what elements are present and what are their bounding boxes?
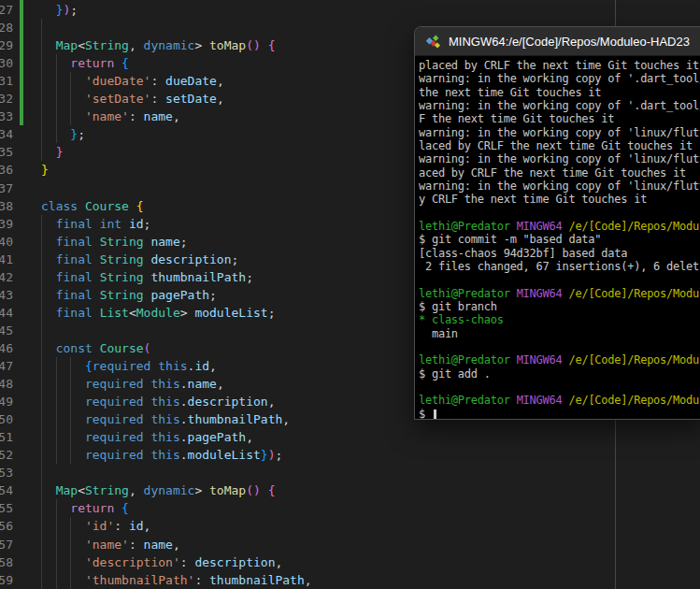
terminal-line: [419, 381, 700, 394]
line-number: 52: [0, 446, 13, 464]
terminal-window: MINGW64:/e/[Code]/Repos/Moduleo-HAD23 pl…: [414, 26, 700, 420]
terminal-line: warning: in the working copy of 'linux/f…: [419, 152, 700, 165]
line-number: 50: [0, 410, 13, 428]
terminal-line: 2 files changed, 67 insertions(+), 6 del…: [419, 260, 700, 273]
terminal-line: F the next time Git touches it: [419, 112, 700, 125]
vscode-window: 27 });2829 Map<String, dynamic> toMap() …: [0, 0, 700, 589]
line-number: 59: [0, 571, 13, 589]
line-number: 54: [0, 481, 13, 499]
terminal-titlebar[interactable]: MINGW64:/e/[Code]/Repos/Moduleo-HAD23: [415, 27, 700, 56]
code-line[interactable]: 52 required this.moduleList});: [0, 446, 615, 464]
terminal-line: $ git add .: [419, 367, 700, 381]
line-number: 33: [0, 108, 13, 125]
terminal-line: $ git commit -m "based data": [419, 233, 700, 246]
code-line[interactable]: 53: [0, 464, 615, 481]
terminal-line: the next time Git touches it: [419, 86, 700, 99]
terminal-line: [419, 340, 700, 353]
line-number: 42: [0, 268, 13, 286]
code-line[interactable]: 55 return {: [0, 499, 615, 517]
line-number: 28: [0, 19, 13, 36]
terminal-line: $ git branch: [419, 300, 700, 313]
code-line[interactable]: 54 Map<String, dynamic> toMap() {: [0, 481, 615, 499]
code-line[interactable]: 51 required this.pagePath,: [0, 428, 615, 446]
line-number: 49: [0, 393, 13, 410]
line-number: 41: [0, 251, 13, 268]
terminal-line: laced by CRLF the next time Git touches …: [419, 139, 700, 152]
line-number: 56: [0, 517, 13, 535]
terminal-line: warning: in the working copy of '.dart_t…: [419, 72, 700, 85]
line-number: 43: [0, 286, 13, 304]
msys-diamond-icon: [425, 35, 441, 49]
line-number: 34: [0, 125, 13, 143]
line-number: 32: [0, 90, 13, 108]
code-line[interactable]: 27 });: [0, 1, 615, 19]
line-number: 45: [0, 322, 13, 339]
line-number: 38: [0, 197, 13, 215]
terminal-line: lethi@Predator MINGW64 /e/[Code]/Repos/M…: [419, 220, 700, 233]
line-number: 58: [0, 553, 13, 571]
line-number: 44: [0, 304, 13, 322]
line-number: 48: [0, 375, 13, 393]
terminal-line: [419, 207, 700, 220]
line-number: 55: [0, 499, 13, 517]
line-number: 46: [0, 339, 13, 357]
terminal-line: [class-chaos 94d32bf] based data: [419, 247, 700, 260]
terminal-line: $: [419, 408, 700, 419]
line-number: 27: [0, 1, 13, 19]
terminal-line: main: [419, 327, 700, 340]
terminal-output[interactable]: placed by CRLF the next time Git touches…: [415, 57, 700, 419]
line-number: 35: [0, 143, 13, 161]
line-number: 57: [0, 536, 13, 553]
code-line[interactable]: 58 'description': description,: [0, 553, 615, 571]
terminal-line: warning: in the working copy of '.dart_t…: [419, 99, 700, 112]
terminal-cursor: [434, 409, 436, 419]
terminal-line: lethi@Predator MINGW64 /e/[Code]/Repos/M…: [419, 353, 700, 366]
terminal-line: lethi@Predator MINGW64 /e/[Code]/Repos/M…: [419, 287, 700, 300]
terminal-line: aced by CRLF the next time Git touches i…: [419, 166, 700, 180]
line-number: 31: [0, 72, 13, 90]
line-number: 37: [0, 180, 13, 197]
code-line[interactable]: 56 'id': id,: [0, 517, 615, 535]
terminal-line: * class-chaos: [419, 313, 700, 326]
line-number: 40: [0, 233, 13, 251]
terminal-line: lethi@Predator MINGW64 /e/[Code]/Repos/M…: [419, 394, 700, 407]
terminal-line: y CRLF the next time Git touches it: [419, 193, 700, 206]
terminal-line: warning: in the working copy of 'linux/f…: [419, 126, 700, 139]
terminal-line: [419, 273, 700, 286]
line-number: 53: [0, 464, 13, 481]
line-number: 47: [0, 357, 13, 375]
line-number: 30: [0, 54, 13, 72]
terminal-line: warning: in the working copy of 'linux/f…: [419, 180, 700, 193]
terminal-title: MINGW64:/e/[Code]/Repos/Moduleo-HAD23: [449, 35, 690, 49]
line-number: 29: [0, 36, 13, 54]
terminal-line: placed by CRLF the next time Git touches…: [419, 59, 700, 72]
code-line[interactable]: 57 'name': name,: [0, 536, 615, 553]
line-number: 39: [0, 215, 13, 233]
line-number: 51: [0, 428, 13, 446]
code-line[interactable]: 59 'thumbnailPath': thumbnailPath,: [0, 571, 615, 589]
line-number: 36: [0, 161, 13, 179]
